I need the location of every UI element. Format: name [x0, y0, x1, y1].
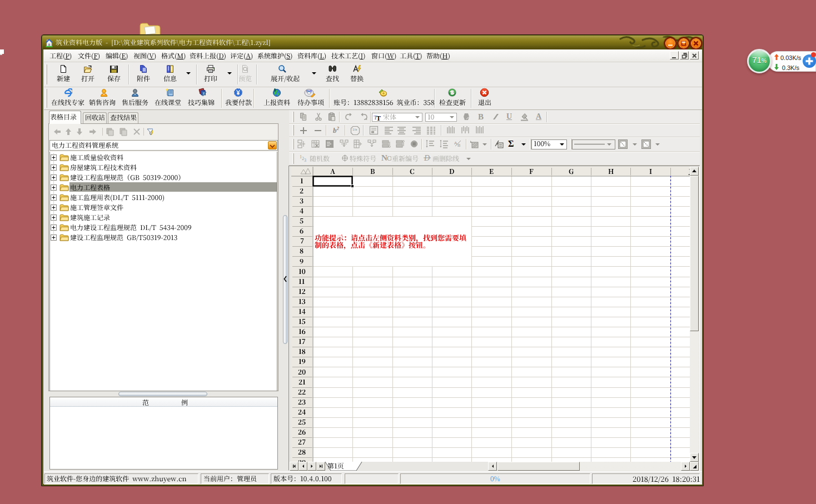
svg-text:DVD: DVD [306, 89, 312, 93]
svg-text:1/a: 1/a [352, 128, 357, 131]
svg-text:3: 3 [304, 158, 306, 162]
svg-text:T: T [376, 114, 381, 121]
svg-text:O: O [387, 154, 391, 162]
